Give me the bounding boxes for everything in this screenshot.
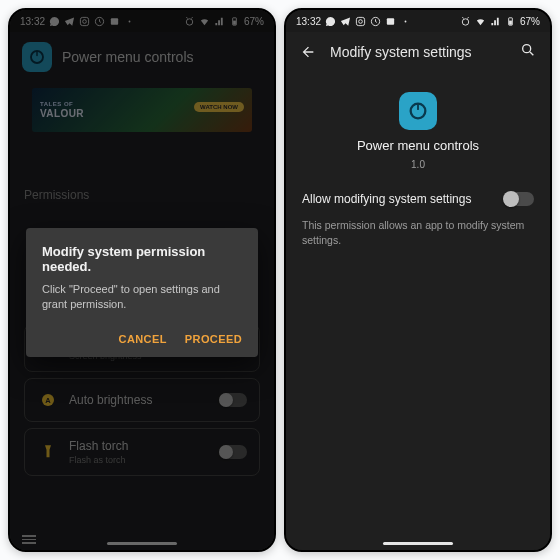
setting-label: Allow modifying system settings (302, 192, 471, 206)
settings-screen: Modify system settings Power menu contro… (286, 32, 550, 550)
svg-rect-13 (356, 17, 364, 25)
search-button[interactable] (520, 42, 536, 62)
svg-point-4 (129, 20, 131, 22)
alarm-icon (460, 16, 471, 27)
dot-icon (124, 16, 135, 27)
signal-icon (490, 16, 501, 27)
status-battery: 67% (244, 16, 264, 27)
back-button[interactable] (300, 44, 316, 60)
phone-right: 13:32 67% Modify system settings Powe (284, 8, 552, 552)
hamburger-icon[interactable] (22, 535, 36, 544)
svg-point-21 (523, 45, 531, 53)
settings-toolbar: Modify system settings (286, 32, 550, 72)
telegram-icon (340, 16, 351, 27)
perm-card-flash[interactable]: Flash torch Flash as torch (24, 428, 260, 476)
svg-rect-0 (80, 17, 88, 25)
wifi-icon (475, 16, 486, 27)
app-logo-icon (22, 42, 52, 72)
perm-subtitle: Flash as torch (69, 455, 209, 465)
ad-subtitle: TALES OF (40, 101, 84, 107)
dialog-body: Click "Proceed" to open settings and gra… (42, 282, 242, 313)
svg-point-17 (405, 20, 407, 22)
app-title: Power menu controls (62, 49, 194, 65)
perm-title: Auto brightness (69, 393, 209, 407)
instagram-icon (79, 16, 90, 27)
perm-toggle[interactable] (219, 445, 247, 459)
pending-icon (370, 16, 381, 27)
nav-pill[interactable] (383, 542, 453, 545)
status-bar: 13:32 67% (10, 10, 274, 32)
app-name: Power menu controls (357, 138, 479, 153)
auto-brightness-icon: A (37, 389, 59, 411)
allow-modify-toggle[interactable] (504, 192, 534, 206)
perm-title: Flash torch (69, 439, 209, 453)
svg-rect-16 (387, 18, 394, 24)
image-icon (385, 16, 396, 27)
allow-modify-row[interactable]: Allow modifying system settings (286, 170, 550, 214)
svg-point-1 (83, 19, 87, 23)
cancel-button[interactable]: CANCEL (119, 333, 167, 345)
status-time: 13:32 (296, 16, 321, 27)
app-info-block: Power menu controls 1.0 (286, 92, 550, 170)
setting-description: This permission allows an app to modify … (286, 214, 550, 251)
pending-icon (94, 16, 105, 27)
svg-point-18 (462, 18, 468, 24)
toolbar-title: Modify system settings (330, 44, 506, 60)
dialog-title: Modify system permission needed. (42, 244, 242, 274)
telegram-icon (64, 16, 75, 27)
status-battery: 67% (520, 16, 540, 27)
svg-rect-23 (417, 104, 419, 110)
wifi-icon (199, 16, 210, 27)
status-time: 13:32 (20, 16, 45, 27)
whatsapp-icon (325, 16, 336, 27)
perm-card-auto-brightness[interactable]: A Auto brightness (24, 378, 260, 422)
nav-pill[interactable] (107, 542, 177, 545)
ad-title: VALOUR (40, 108, 84, 119)
image-icon (109, 16, 120, 27)
svg-rect-20 (509, 20, 512, 24)
svg-rect-7 (233, 20, 236, 24)
permission-dialog: Modify system permission needed. Click "… (26, 228, 258, 357)
ad-cta-button[interactable]: WATCH NOW (194, 102, 244, 112)
instagram-icon (355, 16, 366, 27)
svg-text:A: A (45, 396, 51, 405)
torch-icon (37, 441, 59, 463)
svg-point-14 (359, 19, 363, 23)
perm-toggle[interactable] (219, 393, 247, 407)
app-version: 1.0 (411, 159, 425, 170)
signal-icon (214, 16, 225, 27)
app-topbar: Power menu controls (10, 32, 274, 82)
phone-left: 13:32 67% Power menu controls TALES OF (8, 8, 276, 552)
proceed-button[interactable]: PROCEED (185, 333, 242, 345)
permissions-header: Permissions (10, 178, 274, 208)
app-icon (399, 92, 437, 130)
dot-icon (400, 16, 411, 27)
battery-icon (229, 16, 240, 27)
status-bar: 13:32 67% (286, 10, 550, 32)
ad-banner[interactable]: TALES OF VALOUR WATCH NOW (32, 88, 252, 132)
alarm-icon (184, 16, 195, 27)
svg-point-5 (186, 18, 192, 24)
whatsapp-icon (49, 16, 60, 27)
battery-icon (505, 16, 516, 27)
svg-rect-9 (36, 51, 38, 56)
svg-rect-3 (111, 18, 118, 24)
